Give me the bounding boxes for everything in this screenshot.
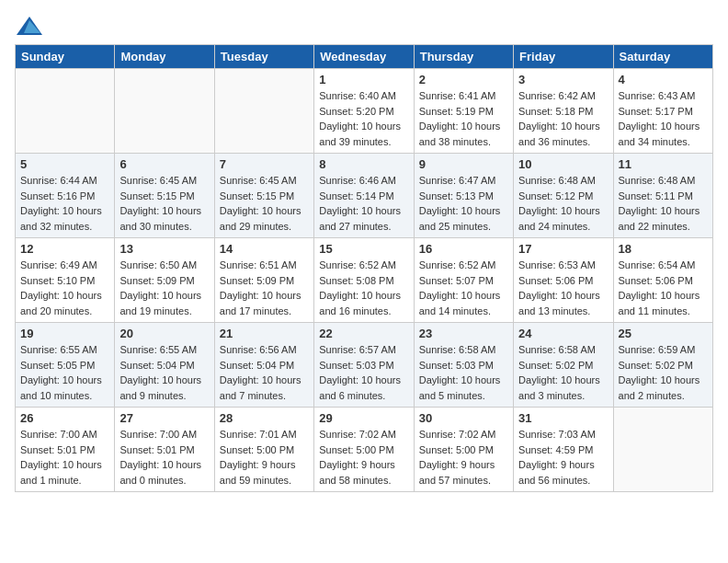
daylight-text: Daylight: 10 hours and 39 minutes.	[319, 119, 408, 149]
sunset-text: Sunset: 5:09 PM	[220, 273, 309, 289]
day-info: Sunrise: 6:51 AMSunset: 5:09 PMDaylight:…	[220, 258, 309, 318]
sunrise-text: Sunrise: 6:55 AM	[119, 342, 209, 358]
daylight-text: Daylight: 10 hours and 19 minutes.	[119, 288, 209, 318]
sunrise-text: Sunrise: 6:51 AM	[220, 258, 309, 273]
day-info: Sunrise: 6:57 AMSunset: 5:03 PMDaylight:…	[319, 342, 408, 403]
sunrise-text: Sunrise: 6:49 AM	[20, 258, 109, 273]
daylight-text: Daylight: 10 hours and 10 minutes.	[20, 373, 109, 403]
day-number: 19	[20, 327, 109, 340]
day-number: 31	[518, 411, 608, 425]
day-info: Sunrise: 6:48 AMSunset: 5:12 PMDaylight:…	[518, 173, 608, 234]
calendar-cell	[115, 69, 214, 154]
day-info: Sunrise: 7:02 AMSunset: 5:00 PMDaylight:…	[419, 427, 508, 488]
day-info: Sunrise: 6:53 AMSunset: 5:06 PMDaylight:…	[518, 258, 608, 318]
sunset-text: Sunset: 5:17 PM	[619, 104, 708, 120]
calendar-cell: 19Sunrise: 6:55 AMSunset: 5:05 PMDayligh…	[16, 323, 115, 408]
sunset-text: Sunset: 5:15 PM	[220, 189, 309, 204]
calendar-header-sunday: Sunday	[16, 45, 115, 69]
daylight-text: Daylight: 9 hours and 57 minutes.	[419, 457, 508, 488]
calendar-body: 1Sunrise: 6:40 AMSunset: 5:20 PMDaylight…	[16, 69, 713, 492]
calendar-header-row: SundayMondayTuesdayWednesdayThursdayFrid…	[16, 45, 713, 69]
day-info: Sunrise: 7:02 AMSunset: 5:00 PMDaylight:…	[319, 427, 408, 488]
day-number: 7	[220, 157, 309, 171]
daylight-text: Daylight: 10 hours and 30 minutes.	[119, 203, 209, 234]
day-info: Sunrise: 6:41 AMSunset: 5:19 PMDaylight:…	[419, 88, 508, 149]
day-info: Sunrise: 6:58 AMSunset: 5:02 PMDaylight:…	[518, 342, 608, 403]
calendar-cell: 11Sunrise: 6:48 AMSunset: 5:11 PMDayligh…	[613, 154, 712, 238]
sunset-text: Sunset: 5:02 PM	[518, 358, 608, 373]
sunset-text: Sunset: 5:03 PM	[319, 358, 408, 373]
sunset-text: Sunset: 5:05 PM	[20, 358, 109, 373]
calendar-week-1: 1Sunrise: 6:40 AMSunset: 5:20 PMDaylight…	[16, 69, 713, 154]
logo-icon	[15, 15, 44, 37]
daylight-text: Daylight: 10 hours and 36 minutes.	[518, 119, 608, 149]
sunset-text: Sunset: 5:11 PM	[619, 189, 708, 204]
day-number: 21	[220, 327, 309, 340]
sunrise-text: Sunrise: 6:43 AM	[619, 88, 708, 104]
sunrise-text: Sunrise: 6:46 AM	[319, 173, 408, 189]
daylight-text: Daylight: 10 hours and 17 minutes.	[220, 288, 309, 318]
calendar-header-friday: Friday	[514, 45, 613, 69]
sunrise-text: Sunrise: 6:40 AM	[319, 88, 408, 104]
daylight-text: Daylight: 10 hours and 1 minute.	[20, 457, 109, 488]
sunset-text: Sunset: 5:00 PM	[419, 442, 508, 458]
logo	[15, 15, 46, 37]
calendar-cell: 28Sunrise: 7:01 AMSunset: 5:00 PMDayligh…	[214, 408, 313, 492]
calendar-cell: 12Sunrise: 6:49 AMSunset: 5:10 PMDayligh…	[16, 238, 115, 323]
calendar-header-monday: Monday	[115, 45, 214, 69]
day-info: Sunrise: 7:00 AMSunset: 5:01 PMDaylight:…	[20, 427, 109, 488]
day-info: Sunrise: 6:45 AMSunset: 5:15 PMDaylight:…	[119, 173, 209, 234]
sunrise-text: Sunrise: 6:52 AM	[419, 258, 508, 273]
day-info: Sunrise: 6:42 AMSunset: 5:18 PMDaylight:…	[518, 88, 608, 149]
daylight-text: Daylight: 10 hours and 5 minutes.	[419, 373, 508, 403]
day-number: 3	[518, 73, 608, 86]
day-number: 28	[220, 411, 309, 425]
calendar-cell: 8Sunrise: 6:46 AMSunset: 5:14 PMDaylight…	[314, 154, 414, 238]
day-number: 20	[119, 327, 209, 340]
day-info: Sunrise: 6:40 AMSunset: 5:20 PMDaylight:…	[319, 88, 408, 149]
day-info: Sunrise: 6:46 AMSunset: 5:14 PMDaylight:…	[319, 173, 408, 234]
calendar-cell: 1Sunrise: 6:40 AMSunset: 5:20 PMDaylight…	[314, 69, 414, 154]
sunrise-text: Sunrise: 6:45 AM	[119, 173, 209, 189]
day-number: 30	[419, 411, 508, 425]
day-number: 6	[119, 157, 209, 171]
sunrise-text: Sunrise: 6:48 AM	[619, 173, 708, 189]
sunrise-text: Sunrise: 6:50 AM	[119, 258, 209, 273]
day-number: 27	[119, 411, 209, 425]
calendar-cell: 23Sunrise: 6:58 AMSunset: 5:03 PMDayligh…	[414, 323, 513, 408]
daylight-text: Daylight: 10 hours and 14 minutes.	[419, 288, 508, 318]
calendar-cell: 21Sunrise: 6:56 AMSunset: 5:04 PMDayligh…	[214, 323, 313, 408]
calendar-cell: 16Sunrise: 6:52 AMSunset: 5:07 PMDayligh…	[414, 238, 513, 323]
day-info: Sunrise: 6:55 AMSunset: 5:05 PMDaylight:…	[20, 342, 109, 403]
day-info: Sunrise: 6:47 AMSunset: 5:13 PMDaylight:…	[419, 173, 508, 234]
calendar-cell: 26Sunrise: 7:00 AMSunset: 5:01 PMDayligh…	[16, 408, 115, 492]
calendar-cell: 9Sunrise: 6:47 AMSunset: 5:13 PMDaylight…	[414, 154, 513, 238]
day-info: Sunrise: 6:50 AMSunset: 5:09 PMDaylight:…	[119, 258, 209, 318]
day-number: 10	[518, 157, 608, 171]
calendar-cell: 7Sunrise: 6:45 AMSunset: 5:15 PMDaylight…	[214, 154, 313, 238]
calendar-cell: 13Sunrise: 6:50 AMSunset: 5:09 PMDayligh…	[115, 238, 214, 323]
day-number: 13	[119, 242, 209, 256]
daylight-text: Daylight: 10 hours and 3 minutes.	[518, 373, 608, 403]
daylight-text: Daylight: 10 hours and 11 minutes.	[619, 288, 708, 318]
sunset-text: Sunset: 5:15 PM	[119, 189, 209, 204]
sunset-text: Sunset: 5:01 PM	[119, 442, 209, 458]
sunset-text: Sunset: 5:20 PM	[319, 104, 408, 120]
daylight-text: Daylight: 10 hours and 20 minutes.	[20, 288, 109, 318]
daylight-text: Daylight: 10 hours and 7 minutes.	[220, 373, 309, 403]
calendar-week-2: 5Sunrise: 6:44 AMSunset: 5:16 PMDaylight…	[16, 154, 713, 238]
calendar-cell: 24Sunrise: 6:58 AMSunset: 5:02 PMDayligh…	[514, 323, 613, 408]
daylight-text: Daylight: 10 hours and 13 minutes.	[518, 288, 608, 318]
day-info: Sunrise: 7:00 AMSunset: 5:01 PMDaylight:…	[119, 427, 209, 488]
sunrise-text: Sunrise: 6:58 AM	[518, 342, 608, 358]
calendar-week-4: 19Sunrise: 6:55 AMSunset: 5:05 PMDayligh…	[16, 323, 713, 408]
day-info: Sunrise: 6:56 AMSunset: 5:04 PMDaylight:…	[220, 342, 309, 403]
sunset-text: Sunset: 5:09 PM	[119, 273, 209, 289]
sunrise-text: Sunrise: 6:55 AM	[20, 342, 109, 358]
calendar-cell: 5Sunrise: 6:44 AMSunset: 5:16 PMDaylight…	[16, 154, 115, 238]
day-number: 4	[619, 73, 708, 86]
sunrise-text: Sunrise: 6:52 AM	[319, 258, 408, 273]
daylight-text: Daylight: 10 hours and 16 minutes.	[319, 288, 408, 318]
sunrise-text: Sunrise: 6:41 AM	[419, 88, 508, 104]
sunrise-text: Sunrise: 6:47 AM	[419, 173, 508, 189]
